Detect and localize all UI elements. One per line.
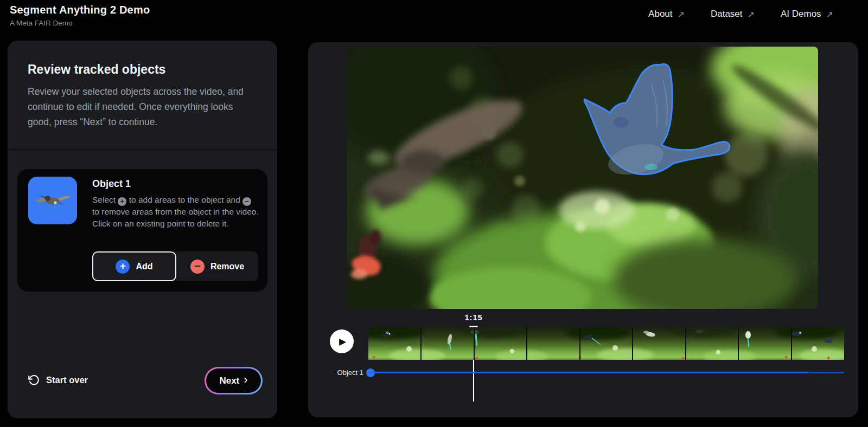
- chevron-right-icon: ›: [244, 373, 247, 387]
- remove-button[interactable]: − Remove: [176, 251, 258, 281]
- play-button[interactable]: ▶: [330, 329, 354, 353]
- object-card[interactable]: Object 1 Select + to add areas to the ob…: [17, 169, 267, 292]
- plus-circle-icon: +: [118, 197, 126, 206]
- page-title: Segment Anything 2 Demo: [10, 4, 150, 16]
- instruction-text: to add areas to the object and: [129, 195, 240, 204]
- video-player-panel: 1:15 ▶: [308, 42, 858, 417]
- divider: [8, 149, 277, 150]
- object-instructions: Select + to add areas to the object and …: [92, 194, 259, 230]
- video-frame-foliage-scene: [347, 47, 818, 309]
- nav-link-label: About: [648, 9, 672, 20]
- external-link-icon: ↗: [826, 9, 833, 20]
- nav-link-dataset[interactable]: Dataset ↗: [711, 9, 755, 20]
- nav-link-label: Dataset: [711, 9, 743, 20]
- track-label: Object 1: [324, 368, 363, 377]
- restart-icon: [28, 374, 40, 386]
- video-canvas[interactable]: [347, 47, 818, 309]
- hummingbird-thumbnail-image: [33, 188, 73, 213]
- filmstrip-frames: [368, 327, 844, 360]
- instruction-text: Select: [92, 195, 116, 204]
- object-title: Object 1: [92, 178, 131, 190]
- object-thumbnail[interactable]: [28, 177, 77, 224]
- instruction-text: to remove areas from the object in the v…: [92, 207, 259, 228]
- track-line-rest: [808, 372, 844, 373]
- track-line-progress: [371, 372, 808, 373]
- page-subtitle: A Meta FAIR Demo: [10, 19, 150, 27]
- start-over-button[interactable]: Start over: [28, 374, 88, 386]
- external-link-icon: ↗: [748, 9, 755, 20]
- nav-link-label: AI Demos: [781, 9, 821, 20]
- top-nav: About ↗ Dataset ↗ AI Demos ↗: [648, 9, 833, 20]
- review-panel: Review tracked objects Review your selec…: [8, 41, 277, 418]
- next-button-label: Next: [219, 376, 239, 386]
- minus-circle-icon: −: [242, 197, 251, 206]
- next-button[interactable]: Next ›: [205, 367, 263, 394]
- plus-circle-icon: +: [116, 260, 130, 274]
- nav-link-ai-demos[interactable]: AI Demos ↗: [781, 9, 833, 20]
- external-link-icon: ↗: [678, 9, 685, 20]
- review-description: Review your selected objects across the …: [28, 84, 258, 130]
- app-header: Segment Anything 2 Demo A Meta FAIR Demo: [10, 4, 150, 27]
- minus-circle-icon: −: [190, 260, 205, 274]
- remove-button-label: Remove: [210, 262, 244, 271]
- review-heading: Review tracked objects: [28, 62, 165, 77]
- playhead-timecode: 1:15: [452, 313, 495, 322]
- nav-link-about[interactable]: About ↗: [648, 9, 685, 20]
- add-button[interactable]: + Add: [92, 251, 176, 281]
- play-icon: ▶: [339, 336, 346, 347]
- add-button-label: Add: [136, 262, 152, 271]
- timeline-filmstrip[interactable]: [368, 327, 844, 360]
- edit-mode-toggle: + Add − Remove: [92, 251, 258, 281]
- start-over-label: Start over: [46, 375, 88, 385]
